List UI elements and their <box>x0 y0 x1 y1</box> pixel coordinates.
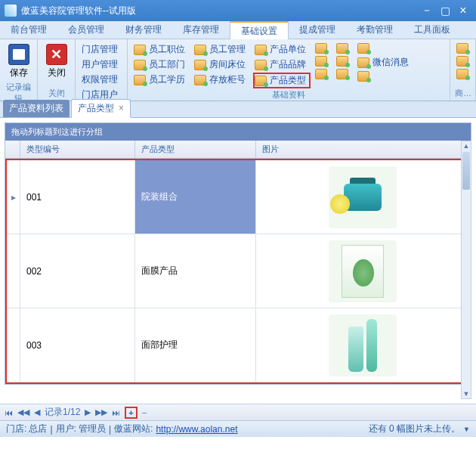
ribbon-icon <box>255 76 267 86</box>
save-label: 保存 <box>10 67 28 79</box>
group-by-bar[interactable]: 拖动列标题到这进行分组 <box>5 123 471 141</box>
btn-unit[interactable]: 产品单位 <box>253 42 311 57</box>
cell-code[interactable]: 003 <box>20 308 135 382</box>
menu-member[interactable]: 会员管理 <box>57 21 115 39</box>
btn-r6a[interactable] <box>356 42 413 54</box>
cell-type[interactable]: 院装组合 <box>135 160 256 234</box>
ribbon-icon <box>255 60 267 70</box>
menu-commission[interactable]: 提成管理 <box>289 21 346 39</box>
nav-prev-page-button[interactable]: ◀◀ <box>17 407 29 417</box>
status-dropdown-icon[interactable]: ▼ <box>463 426 470 433</box>
table-header: 类型编号 产品类型 图片 <box>5 141 471 159</box>
btn-r4c[interactable] <box>314 68 332 80</box>
btn-r4a[interactable] <box>314 42 332 54</box>
btn-brand[interactable]: 产品品牌 <box>253 57 311 72</box>
menu-tools[interactable]: 工具面板 <box>403 21 461 39</box>
btn-r5b[interactable] <box>335 55 353 67</box>
ribbon-icon <box>255 45 267 55</box>
cell-code[interactable]: 002 <box>20 234 135 308</box>
btn-r4b[interactable] <box>314 55 332 67</box>
table-row[interactable]: 003 面部护理 <box>7 308 469 382</box>
close-icon: ✕ <box>46 44 67 65</box>
btn-position[interactable]: 员工职位 <box>132 42 190 57</box>
btn-locker[interactable]: 存放柜号 <box>193 73 250 87</box>
status-bar: 门店: 总店 | 用户: 管理员 | 傲蓝网站: http://www.aola… <box>0 420 476 437</box>
ribbon-icon <box>194 45 206 55</box>
btn-wechat[interactable]: 微信消息 <box>356 55 413 70</box>
menubar: 前台管理 会员管理 财务管理 库存管理 基础设置 提成管理 考勤管理 工具面板 <box>0 21 476 39</box>
maximize-button[interactable]: ▢ <box>437 4 453 17</box>
nav-last-button[interactable]: ⏭ <box>112 408 120 417</box>
minimize-button[interactable]: － <box>419 4 435 17</box>
btn-r6c[interactable] <box>356 70 413 82</box>
nav-first-button[interactable]: ⏮ <box>5 408 13 417</box>
th-code[interactable]: 类型编号 <box>20 141 135 158</box>
group-label-basic: 基础资料 <box>132 88 445 102</box>
btn-r5c[interactable] <box>335 68 353 80</box>
btn-user-manage[interactable]: 用户管理 <box>80 57 122 72</box>
tab-product-list[interactable]: 产品资料列表 <box>3 100 70 117</box>
ribbon-icon <box>134 45 146 55</box>
btn-store-manage[interactable]: 门店管理 <box>80 42 122 57</box>
th-image[interactable]: 图片 <box>256 141 471 158</box>
data-grid: 拖动列标题到这进行分组 类型编号 产品类型 图片 ▸ 001 院装组合 002 … <box>5 122 471 385</box>
ribbon-icon <box>357 57 369 68</box>
close-label: 关闭 <box>48 67 66 79</box>
vertical-scrollbar[interactable]: ▲ ▼ <box>461 141 471 399</box>
close-button[interactable]: × <box>455 4 471 17</box>
scroll-thumb[interactable] <box>462 152 470 190</box>
menu-basic[interactable]: 基础设置 <box>230 21 289 39</box>
cell-type[interactable]: 面膜产品 <box>135 234 256 308</box>
menu-attendance[interactable]: 考勤管理 <box>346 21 403 39</box>
scroll-up-icon[interactable]: ▲ <box>462 141 471 150</box>
ribbon-icon <box>456 43 468 54</box>
row-indicator-icon <box>7 234 20 308</box>
row-indicator-icon <box>7 308 20 382</box>
status-user: 管理员 <box>79 423 106 435</box>
btn-last-c[interactable] <box>455 68 473 80</box>
ribbon-icon <box>336 56 348 67</box>
document-tabs: 产品资料列表 产品类型× <box>0 101 476 118</box>
save-button[interactable]: 保存 <box>5 42 32 81</box>
btn-r5a[interactable] <box>335 42 353 54</box>
cell-code[interactable]: 001 <box>20 160 135 234</box>
nav-delete-button[interactable]: − <box>142 408 147 417</box>
cell-type[interactable]: 面部护理 <box>135 308 256 382</box>
menu-finance[interactable]: 财务管理 <box>115 21 172 39</box>
tab-close-icon[interactable]: × <box>119 103 124 113</box>
btn-last-b[interactable] <box>455 55 473 67</box>
btn-education[interactable]: 员工学历 <box>132 73 190 87</box>
btn-product-type[interactable]: 产品类型 <box>253 73 311 88</box>
ribbon-icon <box>456 69 468 79</box>
product-thumbnail <box>329 240 397 302</box>
ribbon-icon <box>315 43 327 54</box>
ribbon-icon <box>456 56 468 67</box>
close-record-button[interactable]: ✕ 关闭 <box>42 42 70 87</box>
tab-product-type[interactable]: 产品类型× <box>71 99 131 118</box>
btn-last-a[interactable] <box>455 42 473 54</box>
th-type[interactable]: 产品类型 <box>135 141 256 158</box>
btn-perm-manage[interactable]: 权限管理 <box>80 73 122 87</box>
btn-department[interactable]: 员工部门 <box>132 57 190 72</box>
menu-stock[interactable]: 库存管理 <box>172 21 230 39</box>
scroll-down-icon[interactable]: ▼ <box>462 389 471 398</box>
window-title: 傲蓝美容院管理软件--试用版 <box>21 5 417 17</box>
cell-image[interactable] <box>256 308 469 382</box>
nav-add-button[interactable]: + <box>125 407 137 419</box>
group-label-close: 关闭 <box>42 87 70 101</box>
th-row-indicator <box>5 141 20 158</box>
table-row[interactable]: ▸ 001 院装组合 <box>7 160 469 234</box>
menu-front[interactable]: 前台管理 <box>0 21 57 39</box>
table-body: ▸ 001 院装组合 002 面膜产品 003 面部护理 <box>5 159 471 384</box>
cell-image[interactable] <box>256 234 469 308</box>
product-thumbnail <box>329 166 397 228</box>
nav-next-button[interactable]: ▶ <box>85 407 91 417</box>
ribbon-icon <box>315 69 327 79</box>
cell-image[interactable] <box>256 160 469 234</box>
status-site-link[interactable]: http://www.aolan.net <box>156 424 237 435</box>
table-row[interactable]: 002 面膜产品 <box>7 234 469 308</box>
nav-next-page-button[interactable]: ▶▶ <box>95 407 107 417</box>
nav-prev-button[interactable]: ◀ <box>34 407 40 417</box>
btn-room-bed[interactable]: 房间床位 <box>193 57 250 72</box>
btn-staff-manage[interactable]: 员工管理 <box>193 42 250 57</box>
